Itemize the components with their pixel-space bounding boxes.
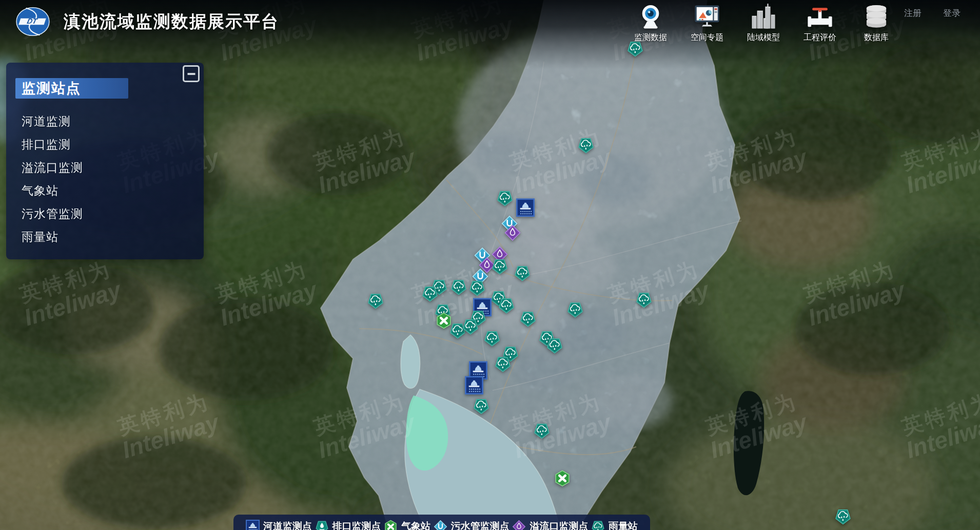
menu-item-weather-station[interactable]: 气象站 [6,179,204,202]
panel-menu: 河道监测 排口监测 溢流口监测 气象站 污水管监测 雨量站 [6,110,204,249]
nav-item-land-model[interactable]: 陆域模型 [740,3,787,43]
marker-weather[interactable] [554,470,571,487]
river-marker-icon [246,520,260,530]
nav-label: 陆域模型 [747,32,780,43]
marker-rain[interactable] [578,137,595,154]
legend-item-overflow[interactable]: 溢流口监测点 [512,520,588,530]
legend-label: 河道监测点 [263,520,312,530]
legend-label: 排口监测点 [332,520,381,530]
menu-item-outlet-monitor[interactable]: 排口监测 [6,133,204,156]
marker-rain[interactable] [483,330,500,347]
webcam-icon [637,3,664,31]
legend-label: 气象站 [401,520,430,530]
platform-logo: DT [15,6,50,37]
marker-rain[interactable] [462,318,479,335]
overflow-marker-icon [512,520,526,530]
marker-rain[interactable] [635,291,652,308]
nav-label: 工程评价 [803,32,836,43]
database-icon [863,3,890,31]
marker-river[interactable] [516,198,535,217]
marker-overflow[interactable] [504,224,521,241]
monitor-chart-icon [693,3,721,31]
marker-rain[interactable] [496,190,513,206]
app-stage: 英特利为Inteliway英特利为Inteliway英特利为Inteliway英… [0,0,980,530]
minimize-icon[interactable] [183,65,200,82]
nav-label: 监测数据 [634,32,667,43]
marker-rain[interactable] [498,297,515,314]
menu-item-sewage-monitor[interactable]: 污水管监测 [6,202,204,225]
nav-label: 空间专题 [691,32,723,43]
pipe-valve-icon [806,3,834,31]
menu-item-river-monitor[interactable]: 河道监测 [6,110,204,133]
outlet-marker-icon [315,520,329,530]
nav-item-database[interactable]: 数据库 [853,3,900,43]
legend-label: 污水管监测点 [451,520,509,530]
marker-rain[interactable] [473,397,489,414]
rain-marker-icon [591,520,605,530]
marker-rain[interactable] [567,301,584,318]
legend-item-river[interactable]: 河道监测点 [246,520,312,530]
weather-marker-icon [384,520,398,530]
legend-item-outlet[interactable]: 排口监测点 [315,520,381,530]
map-legend: 河道监测点 排口监测点 气象站 污水管监测点 溢流口监测点 [233,515,650,530]
marker-rain[interactable] [834,508,851,525]
marker-rain[interactable] [469,279,486,296]
marker-river[interactable] [465,376,483,395]
marker-rain[interactable] [422,285,439,302]
menu-item-rain-station[interactable]: 雨量站 [6,225,204,249]
marker-rain[interactable] [367,292,384,309]
main-nav: 监测数据 空间专题 [627,3,900,43]
page-title: 滇池流域监测数据展示平台 [64,10,279,33]
marker-rain[interactable] [450,278,467,295]
marker-rain[interactable] [520,310,537,327]
brand: DT 滇池流域监测数据展示平台 [15,6,279,37]
register-link[interactable]: 注册 [904,7,922,19]
monitor-station-panel: 监测站点 河道监测 排口监测 溢流口监测 气象站 污水管监测 雨量站 [6,63,204,259]
nav-label: 数据库 [864,32,889,43]
marker-rain[interactable] [546,337,563,354]
panel-title[interactable]: 监测站点 [15,78,128,99]
legend-item-weather[interactable]: 气象站 [384,520,430,530]
marker-rain[interactable] [534,422,551,439]
marker-rain[interactable] [514,264,531,281]
legend-item-sewage[interactable]: 污水管监测点 [434,520,509,530]
city-buildings-icon [750,3,777,31]
top-header: DT 滇池流域监测数据展示平台 监测数据 [0,0,980,49]
auth-links: 注册 登录 [904,7,961,19]
legend-label: 雨量站 [609,520,638,530]
nav-item-spatial-theme[interactable]: 空间专题 [683,3,731,43]
legend-item-rain[interactable]: 雨量站 [591,520,638,530]
sewage-marker-icon [434,520,447,530]
nav-item-monitor-data[interactable]: 监测数据 [627,3,674,43]
login-link[interactable]: 登录 [943,7,961,19]
legend-label: 溢流口监测点 [530,520,588,530]
nav-item-project-eval[interactable]: 工程评价 [796,3,844,43]
marker-rain[interactable] [492,258,508,275]
menu-item-overflow-monitor[interactable]: 溢流口监测 [6,156,204,179]
marker-rain[interactable] [494,355,511,372]
